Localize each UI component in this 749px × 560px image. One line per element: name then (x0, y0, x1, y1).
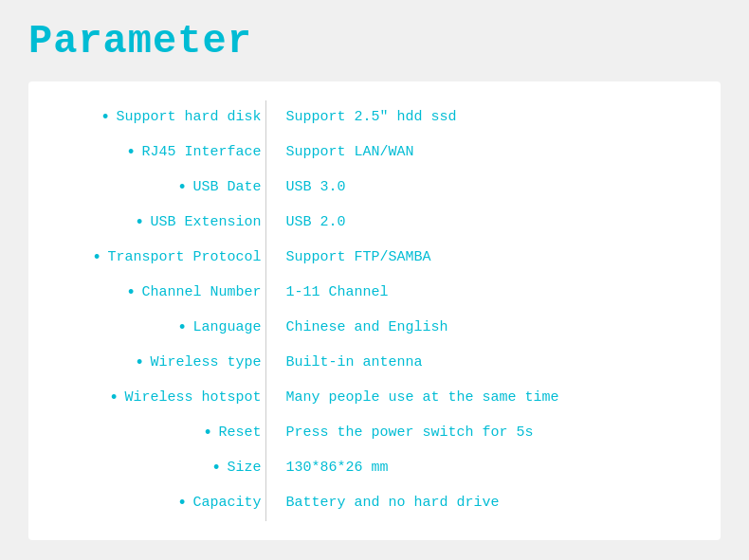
param-value: 1-11 Channel (283, 276, 692, 311)
param-label-cell: •Channel Number (57, 276, 265, 311)
param-label-cell: •Reset (57, 416, 265, 451)
table-row: •USB Date USB 3.0 (57, 171, 692, 206)
param-label-cell: •Support hard disk (57, 100, 265, 135)
table-row: •RJ45 Interface Support LAN/WAN (57, 135, 692, 171)
param-value: Press the power switch for 5s (283, 416, 692, 451)
param-label: Support hard disk (116, 107, 261, 129)
table-row: •Wireless hotspot Many people use at the… (57, 381, 692, 416)
param-label: Channel Number (141, 282, 261, 304)
param-label-cell: •USB Extension (57, 206, 265, 241)
param-value: Support LAN/WAN (283, 135, 692, 171)
param-value: USB 2.0 (283, 206, 692, 241)
bullet-icon: • (177, 316, 193, 341)
param-label-cell: •Language (57, 311, 265, 346)
param-label: Wireless type (150, 352, 261, 374)
bullet-icon: • (109, 386, 125, 411)
table-row: •Channel Number 1-11 Channel (57, 276, 692, 311)
bullet-icon: • (135, 351, 151, 376)
param-label: USB Date (192, 177, 261, 199)
table-row: •USB Extension USB 2.0 (57, 206, 692, 241)
param-label: Size (227, 458, 261, 479)
bullet-icon: • (100, 105, 117, 131)
divider (265, 206, 283, 241)
divider (265, 381, 283, 416)
bullet-icon: • (177, 175, 193, 201)
param-value: Support 2.5" hdd ssd (283, 100, 692, 135)
param-label: USB Extension (150, 212, 261, 234)
param-value: Built-in antenna (283, 346, 692, 381)
table-row: •Size 130*86*26 mm (57, 451, 692, 486)
param-label: Wireless hotspot (124, 388, 261, 409)
table-row: •Reset Press the power switch for 5s (57, 416, 692, 451)
params-table: •Support hard disk Support 2.5" hdd ssd•… (57, 100, 692, 521)
bullet-icon: • (126, 140, 142, 166)
table-row: •Language Chinese and English (57, 311, 692, 346)
param-label: Transport Protocol (107, 247, 261, 269)
divider (265, 451, 283, 486)
param-label-cell: •Transport Protocol (57, 241, 265, 276)
param-value: Many people use at the same time (283, 381, 692, 416)
divider (265, 346, 283, 381)
bullet-icon: • (177, 491, 193, 516)
param-label-cell: •USB Date (57, 171, 265, 206)
param-label: Capacity (192, 493, 261, 515)
table-row: •Transport Protocol Support FTP/SAMBA (57, 241, 692, 276)
bullet-icon: • (126, 280, 142, 306)
param-label: Language (192, 317, 261, 339)
bullet-icon: • (92, 245, 108, 271)
table-row: •Support hard disk Support 2.5" hdd ssd (57, 100, 692, 135)
bullet-icon: • (135, 210, 151, 236)
bullet-icon: • (211, 456, 228, 481)
divider (265, 311, 283, 346)
table-row: •Wireless type Built-in antenna (57, 346, 692, 381)
divider (265, 135, 283, 171)
divider (265, 241, 283, 276)
param-value: 130*86*26 mm (283, 451, 692, 486)
param-label-cell: •Size (57, 451, 265, 486)
divider (265, 416, 283, 451)
param-label-cell: •Wireless hotspot (57, 381, 265, 416)
param-label: RJ45 Interface (141, 142, 261, 164)
divider (265, 171, 283, 206)
divider (265, 486, 283, 521)
param-value: Battery and no hard drive (283, 486, 692, 521)
divider (265, 100, 283, 135)
param-label-cell: •Wireless type (57, 346, 265, 381)
bullet-icon: • (203, 421, 219, 446)
param-label-cell: •RJ45 Interface (57, 135, 265, 171)
content-box: •Support hard disk Support 2.5" hdd ssd•… (28, 81, 721, 540)
divider (265, 276, 283, 311)
param-label-cell: •Capacity (57, 486, 265, 521)
page-title: Parameter (28, 19, 721, 64)
param-value: Chinese and English (283, 311, 692, 346)
param-value: USB 3.0 (283, 171, 692, 206)
table-row: •Capacity Battery and no hard drive (57, 486, 692, 521)
page-container: Parameter •Support hard disk Support 2.5… (0, 0, 749, 560)
param-value: Support FTP/SAMBA (283, 241, 692, 276)
param-label: Reset (218, 423, 261, 444)
